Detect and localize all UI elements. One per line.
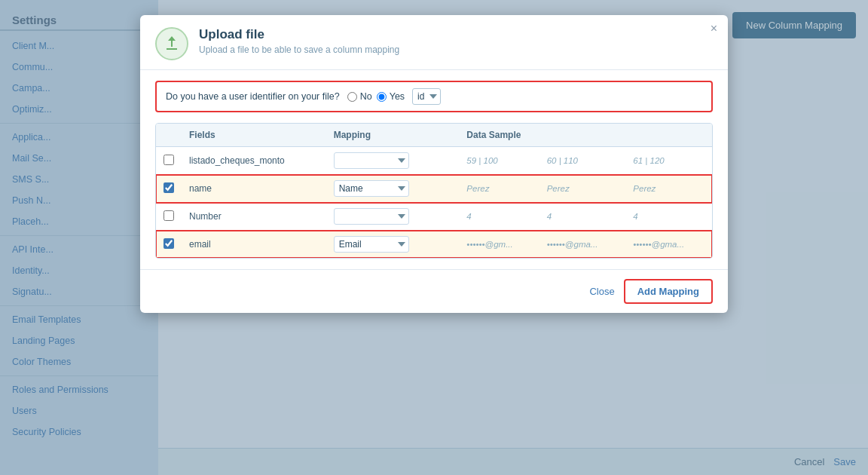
row-number-checkbox[interactable] [164, 210, 174, 221]
row-number-mapping-select[interactable] [334, 208, 409, 225]
row-email-sample1: ••••••@gm... [459, 231, 539, 259]
table-row: email Email ••••••@gm... ••••••@gma... [156, 231, 712, 259]
row-email-field-text: email [189, 239, 211, 250]
row-listado-field-text: listado_cheques_monto [189, 155, 285, 166]
mapping-table-container: Fields Mapping Data Sample [155, 123, 713, 259]
col-mapping-arrow [444, 124, 459, 147]
row-email-mapping-select[interactable]: Email [334, 236, 409, 253]
row-number-field-cell: Number [182, 203, 326, 231]
identifier-row: Do you have a user identifier on your fi… [155, 81, 713, 112]
row-number-mapping-cell [326, 203, 445, 231]
radio-no[interactable] [347, 92, 357, 102]
row-email-sample3: ••••••@gma... [625, 231, 712, 259]
close-modal-button[interactable]: Close [589, 286, 614, 297]
col-fields-header: Fields [182, 124, 326, 147]
row-name-sample1: Perez [459, 175, 539, 203]
table-row: name Name Perez Perez Pere [156, 175, 712, 203]
row-name-checkbox[interactable] [164, 182, 174, 193]
modal-title: Upload file [199, 27, 399, 42]
upload-file-modal: Upload file Upload a file to be able to … [140, 15, 728, 313]
row-number-sample2: 4 [539, 203, 626, 231]
row-number-arrow-cell [444, 203, 459, 231]
row-email-arrow-cell [444, 231, 459, 259]
row-listado-checkbox[interactable] [164, 155, 174, 165]
row-number-sample3: 4 [625, 203, 712, 231]
col-mapping-header: Mapping [326, 124, 445, 147]
identifier-select[interactable]: id [412, 88, 441, 105]
modal-footer: Close Add Mapping [140, 269, 728, 313]
row-email-checkbox[interactable] [164, 238, 174, 249]
yes-label: Yes [390, 91, 405, 102]
row-listado-field-cell: listado_cheques_monto [182, 147, 326, 175]
no-label: No [360, 91, 372, 102]
row-listado-mapping-cell [326, 147, 445, 175]
row-number-field-text: Number [189, 211, 222, 222]
upload-icon [155, 27, 188, 60]
row-listado-sample1: 59 | 100 [459, 147, 539, 175]
identifier-question-text: Do you have a user identifier on your fi… [166, 91, 340, 102]
table-header-row: Fields Mapping Data Sample [156, 124, 712, 147]
row-listado-sample2: 60 | 110 [539, 147, 626, 175]
radio-yes[interactable] [377, 92, 387, 102]
col-data-sample-header: Data Sample [459, 124, 712, 147]
row-name-field-cell: name [182, 175, 326, 203]
row-number-checkbox-cell[interactable] [156, 203, 182, 231]
modal-header: Upload file Upload a file to be able to … [140, 15, 728, 70]
radio-yes-label[interactable]: Yes [377, 91, 405, 102]
row-email-field-cell: email [182, 231, 326, 259]
modal-subtitle: Upload a file to be able to save a colum… [199, 44, 399, 55]
row-name-arrow-cell [444, 175, 459, 203]
row-name-mapping-select[interactable]: Name [334, 180, 409, 197]
modal-body: Do you have a user identifier on your fi… [140, 70, 728, 269]
modal-overlay: Upload file Upload a file to be able to … [0, 0, 868, 475]
radio-group: No Yes [347, 91, 405, 102]
table-row: listado_cheques_monto 59 | 100 60 | 110 [156, 147, 712, 175]
row-number-sample1: 4 [459, 203, 539, 231]
row-name-sample2: Perez [539, 175, 626, 203]
row-name-mapping-cell: Name [326, 175, 445, 203]
row-listado-arrow-cell [444, 147, 459, 175]
row-listado-mapping-select[interactable] [334, 152, 409, 169]
modal-close-button[interactable]: × [711, 23, 717, 35]
col-checkbox-header [156, 124, 182, 147]
mapping-table: Fields Mapping Data Sample [156, 124, 712, 258]
row-name-sample3: Perez [625, 175, 712, 203]
row-email-sample2: ••••••@gma... [539, 231, 626, 259]
row-name-field-text: name [189, 183, 212, 194]
table-row: Number 4 4 4 [156, 203, 712, 231]
row-listado-checkbox-cell[interactable] [156, 147, 182, 175]
page-background: Settings Client M... Commu... Campa... O… [0, 0, 868, 475]
row-email-mapping-cell: Email [326, 231, 445, 259]
radio-no-label[interactable]: No [347, 91, 372, 102]
row-email-checkbox-cell[interactable] [156, 231, 182, 259]
row-name-checkbox-cell[interactable] [156, 175, 182, 203]
add-mapping-button[interactable]: Add Mapping [624, 279, 713, 304]
row-listado-sample3: 61 | 120 [625, 147, 712, 175]
modal-title-group: Upload file Upload a file to be able to … [199, 27, 399, 55]
